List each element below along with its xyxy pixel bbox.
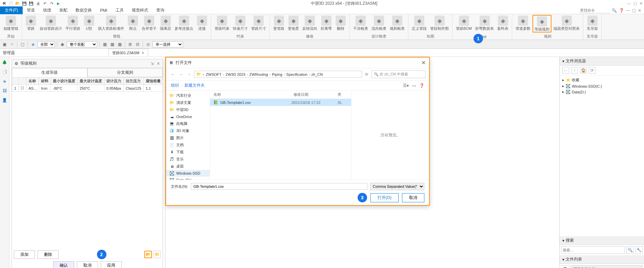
rail-user-icon[interactable]: 👤 — [1, 97, 8, 104]
crumb[interactable]: ZWSOFT — [206, 72, 221, 76]
nav-back2-icon[interactable]: ← — [562, 67, 569, 74]
menu-assembly[interactable]: 装配 — [55, 6, 72, 14]
tab-branch[interactable]: 分支规则 — [87, 68, 163, 77]
nav-up-icon[interactable]: ↑ — [186, 72, 193, 77]
col-header[interactable]: 法兰压力 — [123, 77, 143, 85]
col-type[interactable]: 类 — [338, 92, 348, 97]
ribbon-btn-干涉检查[interactable]: ◆干涉检查 — [352, 15, 369, 31]
menu-query[interactable]: 查询 — [152, 6, 168, 14]
new-icon[interactable]: 📄 — [8, 1, 14, 6]
ribbon-btn-管段制作图[interactable]: ◆管段制作图 — [429, 15, 450, 31]
col-header[interactable]: 名称 — [26, 77, 39, 85]
maximize-icon[interactable]: ▢ — [633, 1, 637, 6]
col-header[interactable]: 最小设计温度 — [51, 77, 77, 85]
command-search-input[interactable] — [579, 7, 610, 13]
view-mode-icon[interactable]: ☰▾ — [403, 83, 409, 88]
ribbon-btn-折弯数据表[interactable]: ◆折弯数据表 — [474, 15, 495, 31]
ribbon-btn-管路尺寸[interactable]: ◆管路尺寸 — [250, 15, 267, 31]
t6-icon[interactable]: ◎ — [145, 41, 151, 47]
col-header[interactable]: 最大设计温度 — [77, 77, 104, 85]
tree-item[interactable]: 📁汽车行业 — [166, 92, 210, 99]
ribbon-btn-端面类型对照表[interactable]: ◆端面类型对照表 — [552, 15, 581, 31]
open-icon[interactable]: 📂 — [15, 1, 20, 6]
undo-icon[interactable]: ↶ — [42, 1, 47, 6]
cube-icon[interactable]: ◈ — [30, 41, 36, 47]
chevron-down-icon[interactable]: ▾ — [562, 257, 564, 262]
menu-tools[interactable]: 工具 — [112, 6, 128, 14]
dialog-cancel-button[interactable]: 取消 — [402, 193, 424, 202]
ribbon-btn-流向检查[interactable]: ◆流向检查 — [370, 15, 388, 31]
rail-layers-icon[interactable]: 📑 — [1, 68, 8, 75]
tree-item[interactable]: 💻此电脑 — [166, 120, 210, 127]
tree-item[interactable]: 💽Windows-SSD — [166, 170, 210, 177]
col-header[interactable] — [12, 77, 19, 85]
add-button[interactable]: 添加 — [14, 250, 35, 259]
file-filter[interactable]: Comma Separated Value(*.c — [370, 183, 424, 190]
rules-close-icon[interactable]: ✕ — [157, 61, 160, 66]
ribbon-btn-参考连接点[interactable]: ◆参考连接点 — [173, 15, 195, 31]
ok-button[interactable]: 确认 — [53, 261, 74, 268]
combo-select[interactable]: 单一选择 — [153, 41, 183, 47]
cancel-button[interactable]: 取消 — [77, 261, 98, 268]
tree-item[interactable]: 🖼图片 — [166, 134, 210, 141]
restore-icon[interactable]: ▢ — [632, 8, 636, 13]
crumb[interactable]: zh_CN — [311, 72, 323, 76]
nav-back-icon[interactable]: ← — [169, 72, 176, 77]
t5-icon[interactable]: ⊟ — [135, 41, 141, 47]
file-filter-select[interactable]: 所有支持文件 — [571, 265, 643, 268]
t2-icon[interactable]: ▦ — [109, 41, 115, 47]
ribbon-btn-U型[interactable]: ◆U型 — [82, 15, 96, 31]
ribbon-btn-插入管路标准件[interactable]: ◆插入管路标准件 — [97, 15, 125, 31]
rules-expand-icon[interactable]: ⇲ — [150, 61, 154, 66]
crumb[interactable]: ZWRouting — [249, 72, 268, 76]
col-header[interactable] — [19, 77, 26, 85]
col-date[interactable]: 修改日期 — [294, 92, 338, 97]
import-button[interactable]: 📂 — [144, 251, 152, 258]
file-menu[interactable]: 文件(F) — [0, 6, 23, 14]
ribbon-btn-管路BOM[interactable]: ◆管路BOM — [455, 15, 473, 31]
open-button[interactable]: 打开(O) — [370, 193, 399, 202]
refresh-icon[interactable]: ⟳ — [363, 72, 370, 77]
ribbon-btn-连接[interactable]: ◆连接 — [195, 15, 209, 31]
delete-button[interactable]: 删除 — [38, 250, 59, 259]
ribbon-btn-支吊架[interactable]: ◆支吊架 — [585, 15, 599, 31]
search-opt-icon[interactable]: 🔧 — [635, 246, 643, 254]
ribbon-btn-自动管路设计[interactable]: ◆自动管路设计 — [38, 15, 63, 31]
ribbon-btn-隔离层[interactable]: ◆隔离层 — [159, 15, 173, 31]
t4-icon[interactable]: ⊞ — [127, 41, 133, 47]
view-icon[interactable]: ☰ — [561, 265, 569, 268]
rail-tree-icon[interactable]: 🌲 — [1, 59, 8, 66]
assembly-icon[interactable]: ◉ — [59, 41, 65, 47]
tree-item[interactable]: 🧊3D 对象 — [166, 127, 210, 134]
cursor-icon[interactable]: ▣ — [1, 41, 7, 47]
nav-up2-icon[interactable]: ↑ — [571, 67, 578, 74]
col-header[interactable]: 腐蚀裕量 — [143, 77, 163, 85]
menu-data[interactable]: 数据交换 — [72, 6, 96, 14]
redo-icon[interactable]: ↷ — [49, 1, 54, 6]
document-tab[interactable]: 管路001.Z3ASM ✕ — [108, 49, 148, 57]
ribbon-btn-等级规则[interactable]: ◆等级规则 — [532, 15, 551, 32]
file-row[interactable]: 📗 GB-Template1.csv2021/10/16 17:22XL — [210, 99, 351, 106]
ribbon-btn-快速尺寸[interactable]: ◆快速尺寸 — [232, 15, 249, 31]
col-name[interactable]: 名称 — [214, 92, 294, 97]
ribbon-btn-管路[interactable]: ◆管路 — [24, 15, 38, 31]
breadcrumb[interactable]: 📁 «ZWSOFT›ZW3D 2023›ZWRouting›Piping›Spe… — [194, 71, 362, 78]
chevron-down-icon[interactable]: ▾ — [562, 59, 564, 64]
col-header[interactable]: 材料 — [39, 77, 51, 85]
crumb[interactable]: Piping — [272, 72, 282, 76]
ribbon-btn-合并管子[interactable]: ◆合并管子 — [140, 15, 158, 31]
t3-icon[interactable]: ▦ — [117, 41, 123, 47]
menu-visual[interactable]: 视觉样式 — [128, 6, 152, 14]
ribbon-btn-规则检查[interactable]: ◆规则检查 — [388, 15, 406, 31]
ribbon-btn-管路约束[interactable]: ◆管路约束 — [213, 15, 231, 31]
table-row[interactable]: 1☐AS...Iron-80°C250°C0.85MpaClass1251.1H… — [12, 85, 163, 92]
dialog-close-icon[interactable]: ✕ — [421, 60, 426, 66]
t1-icon[interactable]: ▦ — [102, 41, 108, 47]
tab-generate[interactable]: 生成等级 — [12, 68, 87, 77]
ribbon-btn-翻转[interactable]: ◆翻转 — [334, 15, 347, 31]
nav-forward-icon[interactable]: → — [178, 72, 184, 77]
combo-all[interactable]: 全部 — [37, 41, 55, 47]
chevron-down-icon[interactable]: ▾ — [562, 238, 564, 243]
dialog-search[interactable]: 🔍 在 zh_CN 中搜索 — [371, 70, 426, 78]
crumb[interactable]: ZW3D 2023 — [225, 72, 245, 76]
